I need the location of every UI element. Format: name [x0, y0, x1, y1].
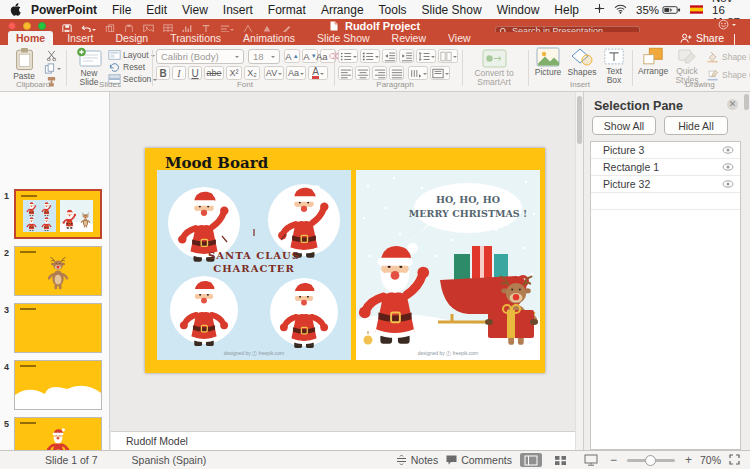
canvas-scrollbar[interactable]: [575, 92, 583, 450]
copy-button[interactable]: [44, 63, 61, 74]
menubar-item-help[interactable]: Help: [554, 3, 579, 17]
decrease-indent-button[interactable]: [382, 49, 397, 63]
menubar-item-powerpoint[interactable]: PowerPoint: [31, 3, 97, 17]
bold-button[interactable]: B: [156, 66, 170, 80]
paste-button[interactable]: Paste: [6, 47, 42, 81]
quick-styles-button[interactable]: QuickStyles: [672, 47, 702, 84]
tab-home[interactable]: Home: [8, 31, 53, 45]
accessibility-icon[interactable]: [594, 3, 605, 16]
santa-collage-image[interactable]: SANTA CLAUS CHARACTER designed by ⓕ free…: [157, 170, 351, 360]
fit-slide-button[interactable]: [729, 454, 740, 467]
feedback-smiley[interactable]: [718, 19, 736, 30]
font-family-select[interactable]: Calibri (Body): [156, 49, 244, 64]
font-color-button[interactable]: A: [308, 66, 328, 80]
close-icon[interactable]: ✕: [727, 99, 738, 110]
comments-toggle[interactable]: Comments: [446, 454, 512, 466]
change-case-button[interactable]: Aa: [286, 66, 306, 80]
menubar-item-edit[interactable]: Edit: [146, 3, 167, 17]
tab-design[interactable]: Design: [107, 31, 156, 45]
font-size-select[interactable]: 18: [248, 49, 280, 64]
subscript-button[interactable]: X₂: [244, 66, 260, 80]
selection-item-rectangle-1[interactable]: Rectangle 1: [591, 159, 740, 176]
zoom-in-button[interactable]: +: [685, 453, 692, 467]
convert-to-smartart-button[interactable]: Convert toSmartArt: [466, 47, 522, 86]
slide-thumbnail-3[interactable]: [14, 303, 102, 353]
align-left-button[interactable]: [338, 66, 353, 80]
arrange-button[interactable]: Arrange: [636, 47, 670, 76]
collapse-ribbon-button[interactable]: [734, 35, 742, 43]
notes-toggle[interactable]: Notes: [396, 454, 438, 466]
tab-review[interactable]: Review: [384, 31, 434, 45]
slide-thumbnail-4[interactable]: [14, 360, 102, 410]
character-spacing-button[interactable]: AV: [264, 66, 284, 80]
underline-button[interactable]: U: [188, 66, 202, 80]
show-all-button[interactable]: Show All: [592, 116, 656, 135]
christmas-scene-image[interactable]: HO, HO, HO MERRY CHRISTMAS ! designed: [356, 170, 540, 360]
insert-picture-button[interactable]: Picture: [532, 47, 564, 77]
battery-icon: [662, 5, 681, 15]
tab-slide-show[interactable]: Slide Show: [309, 31, 378, 45]
slide-sorter-view-button[interactable]: [550, 453, 572, 467]
selection-pane-scrollbar[interactable]: [744, 94, 749, 447]
insert-textbox-button[interactable]: TextBox: [600, 47, 628, 84]
slide-thumbnail-1[interactable]: [14, 189, 102, 239]
slideshow-view-button[interactable]: [580, 453, 602, 467]
zoom-slider[interactable]: [627, 459, 675, 462]
menubar-item-view[interactable]: View: [182, 3, 208, 17]
share-button[interactable]: Share: [680, 32, 724, 44]
text-direction-button[interactable]: [408, 66, 428, 80]
tab-insert[interactable]: Insert: [59, 31, 101, 45]
increase-indent-button[interactable]: [399, 49, 414, 63]
menubar-item-slideshow[interactable]: Slide Show: [422, 3, 482, 17]
slide-canvas[interactable]: Mood Board SANTA CLAUS CHARACTER designe…: [111, 92, 583, 450]
cut-button[interactable]: [46, 50, 57, 61]
bullets-button[interactable]: [338, 49, 358, 63]
paragraph-group-label: Paragraph: [350, 80, 440, 89]
selection-empty-row: [591, 193, 740, 210]
visibility-eye-icon[interactable]: [722, 180, 734, 188]
notes-area[interactable]: Rudolf Model: [111, 431, 575, 450]
line-spacing-button[interactable]: [416, 49, 436, 63]
menubar-item-file[interactable]: File: [112, 3, 131, 17]
menubar-item-format[interactable]: Format: [268, 3, 306, 17]
italic-button[interactable]: I: [172, 66, 186, 80]
layout-button[interactable]: Layout: [108, 50, 155, 60]
visibility-eye-icon[interactable]: [722, 163, 734, 171]
grow-font-button[interactable]: A▲: [284, 49, 300, 63]
zoom-level[interactable]: 70%: [700, 454, 721, 466]
numbering-button[interactable]: [360, 49, 380, 63]
zoom-out-button[interactable]: −: [610, 453, 617, 467]
insert-shapes-button[interactable]: Shapes: [566, 47, 598, 77]
menubar-item-window[interactable]: Window: [497, 3, 540, 17]
tab-transitions[interactable]: Transitions: [162, 31, 229, 45]
normal-view-button[interactable]: [520, 453, 542, 467]
slide-thumbnail-5[interactable]: [14, 417, 102, 450]
zoom-slider-knob[interactable]: [645, 455, 656, 466]
shape-fill-button[interactable]: Shape Fill: [706, 51, 750, 63]
hide-all-button[interactable]: Hide All: [664, 116, 728, 135]
align-right-button[interactable]: [372, 66, 387, 80]
superscript-button[interactable]: X²: [226, 66, 242, 80]
reset-button[interactable]: Reset: [108, 62, 145, 72]
current-slide[interactable]: Mood Board SANTA CLAUS CHARACTER designe…: [145, 148, 545, 373]
apple-menu-icon[interactable]: [10, 3, 21, 16]
strikethrough-button[interactable]: abe: [204, 66, 224, 80]
keyboard-language-flag-icon[interactable]: [690, 4, 703, 16]
align-center-button[interactable]: [355, 66, 370, 80]
menubar-item-insert[interactable]: Insert: [223, 3, 253, 17]
visibility-eye-icon[interactable]: [722, 146, 734, 154]
language-indicator[interactable]: Spanish (Spain): [132, 454, 207, 466]
align-text-button[interactable]: [430, 66, 450, 80]
slide-thumbnail-2[interactable]: [14, 246, 102, 296]
columns-button[interactable]: [438, 49, 458, 63]
selection-item-picture-32[interactable]: Picture 32: [591, 176, 740, 193]
menubar-item-arrange[interactable]: Arrange: [321, 3, 364, 17]
tab-animations[interactable]: Animations: [235, 31, 303, 45]
justify-button[interactable]: [389, 66, 404, 80]
battery-status[interactable]: 35%: [636, 4, 681, 16]
menubar-item-tools[interactable]: Tools: [379, 3, 407, 17]
wifi-icon[interactable]: [614, 4, 627, 16]
selection-item-picture-3[interactable]: Picture 3: [591, 142, 740, 159]
tab-view[interactable]: View: [440, 31, 479, 45]
drawing-group-label: Drawing: [660, 80, 740, 89]
